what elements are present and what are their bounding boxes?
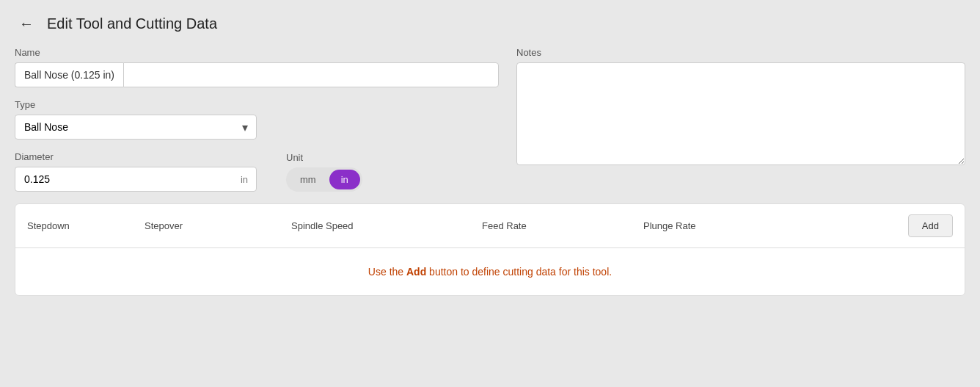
- type-label: Type: [15, 99, 499, 110]
- diameter-input[interactable]: [15, 167, 257, 192]
- diameter-input-wrapper: in: [15, 167, 257, 192]
- name-prefix: Ball Nose (0.125 in): [15, 62, 123, 87]
- cutting-data-table: Stepdown Stepover Spindle Speed Feed Rat…: [15, 203, 965, 296]
- empty-add-bold: Add: [406, 266, 426, 278]
- back-button[interactable]: ←: [15, 12, 38, 35]
- notes-textarea[interactable]: [516, 62, 965, 165]
- top-section: Name Ball Nose (0.125 in) Type Ball Nose…: [15, 47, 965, 192]
- empty-message: Use the Add button to define cutting dat…: [15, 248, 965, 295]
- col-stepdown: Stepdown: [27, 220, 145, 231]
- type-field-group: Type Ball Nose Flat End Mill V-Bit Engra…: [15, 99, 499, 140]
- name-input-row: Ball Nose (0.125 in): [15, 62, 499, 87]
- empty-suffix: button to define cutting data for this t…: [426, 266, 612, 278]
- table-header: Stepdown Stepover Spindle Speed Feed Rat…: [15, 204, 965, 248]
- diameter-group: Diameter in: [15, 151, 257, 192]
- name-input[interactable]: [123, 62, 499, 87]
- type-select[interactable]: Ball Nose Flat End Mill V-Bit Engraving: [15, 115, 257, 140]
- unit-label: Unit: [286, 152, 362, 163]
- unit-in-button[interactable]: in: [329, 170, 360, 189]
- left-panel: Name Ball Nose (0.125 in) Type Ball Nose…: [15, 47, 499, 192]
- main-content: Name Ball Nose (0.125 in) Type Ball Nose…: [0, 47, 980, 311]
- unit-mm-button[interactable]: mm: [288, 170, 328, 189]
- diameter-unit-row: Diameter in Unit mm in: [15, 151, 499, 192]
- diameter-label: Diameter: [15, 151, 257, 162]
- col-stepover: Stepover: [145, 220, 291, 231]
- page-header: ← Edit Tool and Cutting Data: [0, 0, 980, 47]
- notes-field-group: Notes: [516, 47, 965, 165]
- unit-toggle: mm in: [286, 167, 362, 192]
- diameter-unit-suffix: in: [241, 174, 248, 185]
- type-select-wrapper: Ball Nose Flat End Mill V-Bit Engraving: [15, 115, 257, 140]
- page-title: Edit Tool and Cutting Data: [47, 15, 217, 32]
- unit-group: Unit mm in: [286, 152, 362, 192]
- add-button[interactable]: Add: [908, 214, 953, 237]
- name-label: Name: [15, 47, 499, 58]
- col-plunge-rate: Plunge Rate: [643, 220, 908, 231]
- col-feed-rate: Feed Rate: [482, 220, 643, 231]
- name-field-group: Name Ball Nose (0.125 in): [15, 47, 499, 87]
- col-spindle-speed: Spindle Speed: [291, 220, 482, 231]
- empty-prefix: Use the: [368, 266, 406, 278]
- right-panel: Notes: [516, 47, 965, 192]
- notes-label: Notes: [516, 47, 965, 58]
